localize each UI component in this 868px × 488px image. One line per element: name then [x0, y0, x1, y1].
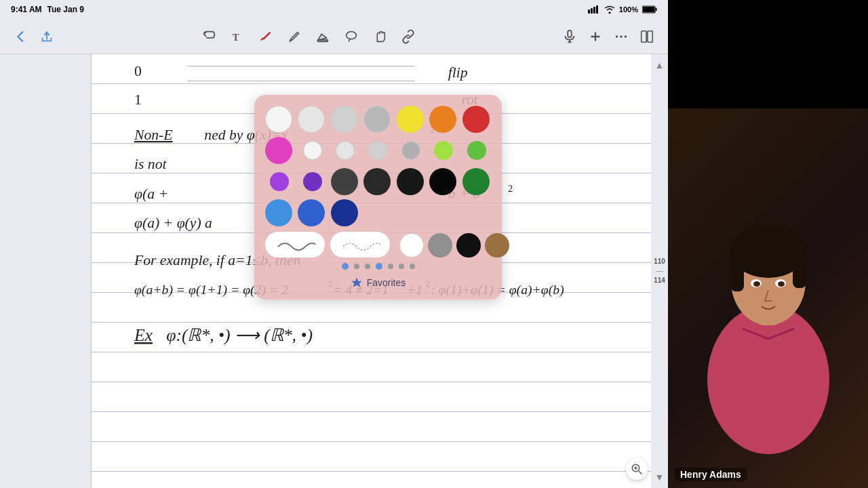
color-picker-popup[interactable]: Favorites: [254, 95, 502, 300]
status-left: 9:41 AM Tue Jan 9: [11, 5, 84, 14]
color-swatch-white2[interactable]: [298, 106, 325, 133]
color-swatch-yellow[interactable]: [397, 106, 424, 133]
color-swatch-gray1[interactable]: [331, 106, 358, 133]
slider-container: [265, 263, 491, 270]
favorites-icon: [351, 277, 363, 289]
camera-user-name: Henry Adams: [675, 468, 747, 481]
color-swatch-blue1[interactable]: [265, 199, 292, 226]
battery-label: 100%: [619, 5, 638, 14]
eraser-tool-button[interactable]: [315, 29, 330, 44]
svg-text:Ex: Ex: [134, 325, 153, 345]
more-button[interactable]: [614, 29, 629, 44]
slider-dot-1[interactable]: [342, 263, 349, 270]
slider-dot-3[interactable]: [365, 264, 370, 269]
svg-rect-15: [648, 30, 652, 42]
color-swatch-orange[interactable]: [429, 106, 456, 133]
slider-dot-2[interactable]: [354, 264, 359, 269]
color-swatch-violet[interactable]: [270, 172, 289, 191]
color-swatch-darkgray1[interactable]: [331, 168, 358, 195]
camera-video-area: Henry Adams: [668, 108, 868, 488]
svg-rect-14: [642, 30, 646, 42]
paper-area[interactable]: 0 1 flip rot Non-E ned by φ(x)=x 2 is no…: [92, 54, 651, 488]
color-swatch-blue2[interactable]: [298, 199, 325, 226]
color-swatch-red[interactable]: [462, 106, 490, 133]
toolbar-right: [562, 29, 654, 44]
color-swatch-nearblack2[interactable]: [429, 168, 456, 195]
slider-dot-5[interactable]: [388, 264, 393, 269]
battery-icon: [642, 5, 657, 14]
svg-point-41: [707, 305, 829, 454]
color-swatch-magenta[interactable]: [265, 137, 292, 164]
color-swatch-gray3[interactable]: [368, 141, 387, 160]
color-swatch-nearblack1[interactable]: [397, 168, 424, 195]
favorites-button[interactable]: Favorites: [265, 277, 491, 289]
date-display: Tue Jan 9: [47, 5, 84, 14]
svg-point-49: [753, 281, 760, 287]
svg-text:2: 2: [508, 184, 513, 194]
svg-text:φ:(ℝ*, •) ⟶ (ℝ*, •): φ:(ℝ*, •) ⟶ (ℝ*, •): [166, 325, 313, 345]
color-swatch-gray2[interactable]: [363, 106, 391, 133]
signal-icon: [588, 5, 600, 14]
svg-rect-0: [588, 9, 590, 14]
slider-dot-4[interactable]: [376, 263, 382, 270]
toolbar: T: [0, 19, 668, 54]
svg-point-13: [625, 35, 627, 37]
svg-rect-45: [730, 251, 744, 291]
color-swatch-darkgreen[interactable]: [462, 168, 490, 195]
page-numbers: 110 — 114: [654, 257, 665, 285]
text-tool-button[interactable]: T: [230, 29, 245, 44]
color-swatch-white1[interactable]: [265, 106, 292, 133]
svg-point-50: [778, 281, 785, 287]
toolbar-center: T: [201, 29, 416, 44]
lasso-tool-button[interactable]: [344, 29, 359, 44]
page-current: 110: [654, 257, 665, 266]
color-swatch-bottom-black[interactable]: [456, 233, 481, 258]
pen-tool-button[interactable]: [258, 29, 273, 44]
status-bar: 9:41 AM Tue Jan 9 100%: [0, 0, 668, 19]
color-swatch-green1[interactable]: [467, 141, 486, 160]
zoom-icon: [631, 463, 643, 475]
color-swatch-bottom-white[interactable]: [399, 233, 424, 258]
slider-dot-6[interactable]: [399, 264, 404, 269]
color-swatch-lime[interactable]: [434, 141, 453, 160]
color-swatch-gray4[interactable]: [401, 141, 420, 160]
svg-text:flip: flip: [448, 64, 468, 81]
svg-rect-8: [317, 39, 328, 41]
svg-point-11: [616, 35, 618, 37]
stroke-preview-wavy2[interactable]: [330, 232, 390, 258]
svg-rect-6: [643, 7, 654, 12]
link-tool-button[interactable]: [401, 29, 416, 44]
svg-rect-5: [656, 8, 657, 12]
right-scrollbar[interactable]: ▲ 110 — 114 ▼: [651, 54, 668, 488]
mic-button[interactable]: [562, 29, 577, 44]
scroll-up-button[interactable]: ▲: [655, 60, 665, 70]
stroke-preview-wavy1[interactable]: [265, 232, 325, 258]
share-button[interactable]: [39, 29, 54, 44]
hand-tool-button[interactable]: [372, 29, 387, 44]
color-swatch-bottom-brown[interactable]: [485, 233, 509, 258]
color-swatch-bottom-gray[interactable]: [428, 233, 452, 258]
svg-rect-46: [793, 251, 806, 288]
color-swatch-white4[interactable]: [336, 141, 355, 160]
color-swatch-white3[interactable]: [303, 141, 322, 160]
pencil-tool-button[interactable]: [287, 29, 302, 44]
color-swatch-darkblue[interactable]: [331, 199, 358, 226]
notebook-area: 0 1 flip rot Non-E ned by φ(x)=x 2 is no…: [0, 54, 668, 488]
undo-button[interactable]: [201, 29, 216, 44]
slider-dot-7[interactable]: [410, 264, 415, 269]
add-button[interactable]: [588, 29, 603, 44]
camera-feed: Henry Adams: [668, 0, 868, 488]
svg-text:0: 0: [134, 63, 142, 79]
color-swatch-purple[interactable]: [303, 172, 322, 191]
svg-point-12: [620, 35, 622, 37]
svg-text:Non-E: Non-E: [134, 127, 173, 143]
zoom-button[interactable]: [626, 458, 648, 480]
wifi-icon: [604, 5, 615, 14]
scroll-down-button[interactable]: ▼: [655, 472, 665, 483]
view-toggle-button[interactable]: [639, 29, 654, 44]
back-button[interactable]: [14, 29, 28, 44]
color-swatch-darkgray2[interactable]: [363, 168, 391, 195]
svg-rect-3: [596, 5, 598, 14]
camera-black-area: [668, 0, 868, 108]
svg-text:φ(a +: φ(a +: [134, 186, 168, 202]
